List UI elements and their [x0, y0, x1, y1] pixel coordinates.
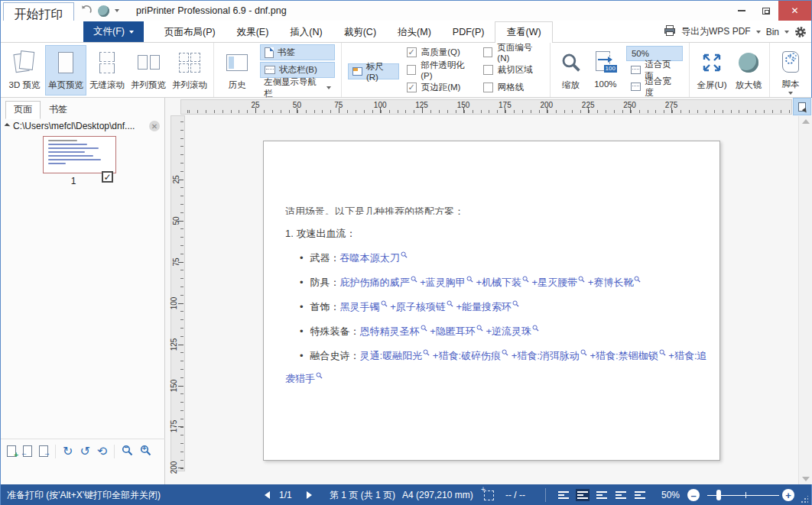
search-link-icon[interactable] — [447, 300, 453, 307]
search-link-icon[interactable] — [659, 349, 666, 356]
magnifier-quick-icon[interactable] — [98, 5, 109, 17]
document-link[interactable]: 能量搜索环 — [462, 301, 512, 312]
export-wps-pdf-button[interactable]: 导出为WPS PDF — [681, 25, 751, 38]
qat-customize-icon[interactable] — [115, 9, 119, 12]
document-link[interactable]: 逆流灵珠 — [492, 325, 531, 337]
remove-document-icon[interactable]: ✕ — [149, 121, 160, 131]
view-mode-4-button[interactable] — [614, 489, 628, 501]
side-by-side-scroll-button[interactable]: 并列滚动 — [169, 45, 210, 95]
scroll-down-icon[interactable] — [802, 477, 810, 481]
page-include-checkbox[interactable]: ✓ — [102, 171, 113, 183]
zoom-100-button[interactable]: 100 100% — [588, 45, 623, 95]
page-margin-checkbox[interactable]: ✓ 页边距(M) — [407, 80, 474, 95]
zoom-slider-handle[interactable] — [716, 490, 721, 500]
next-page-button[interactable] — [307, 484, 312, 505]
document-link[interactable]: 猎食:消弭脉动 — [517, 350, 580, 361]
zoom-button[interactable]: 缩放 — [554, 45, 587, 95]
restore-button[interactable] — [754, 1, 778, 21]
search-link-icon[interactable] — [476, 325, 483, 332]
document-link[interactable]: 猎食:破碎伤痕 — [438, 350, 501, 361]
bookmark-toggle[interactable]: 书签 — [260, 44, 335, 60]
import-before-icon[interactable]: ← — [23, 445, 32, 457]
bin-dropdown-icon[interactable] — [784, 31, 789, 34]
document-link[interactable]: 庇护伤痛的威严 — [340, 277, 410, 288]
fullscreen-button[interactable]: 全屏(U) — [693, 45, 731, 95]
document-link[interactable]: 星灭腰带 — [538, 277, 577, 288]
search-link-icon[interactable] — [580, 349, 587, 356]
view-mode-1-button[interactable] — [557, 489, 570, 501]
sidebar-tab-bookmarks[interactable]: 书签 — [41, 101, 76, 119]
3d-preview-button[interactable]: 3D 预览 — [4, 45, 45, 95]
single-page-preview-button[interactable]: 单页预览 — [45, 45, 86, 95]
tab-insert[interactable]: 插入(N) — [279, 21, 333, 43]
import-after-icon[interactable]: → — [39, 445, 48, 457]
tab-header[interactable]: 抬头(M) — [387, 21, 442, 43]
document-link[interactable]: 赛博长靴 — [593, 277, 633, 288]
view-mode-2-button[interactable] — [576, 489, 590, 501]
side-by-side-preview-button[interactable]: 并列预览 — [128, 45, 169, 95]
tab-file[interactable]: 文件(F) — [83, 21, 144, 42]
page-number-checkbox[interactable]: 页面编号(N) — [483, 45, 543, 60]
document-link[interactable]: 机械下装 — [482, 277, 521, 288]
scroll-up-icon[interactable] — [802, 119, 810, 124]
high-quality-checkbox[interactable]: ✓ 高质量(Q) — [407, 45, 474, 60]
gridlines-checkbox[interactable]: 网格线 — [483, 80, 543, 95]
document-link[interactable]: 灵通:暖融阳光 — [360, 350, 423, 361]
rotate-ccw-icon[interactable]: ↺ — [80, 445, 89, 458]
vertical-scrollbar[interactable] — [798, 116, 812, 484]
tree-expander-icon[interactable] — [5, 123, 11, 129]
search-link-icon[interactable] — [634, 276, 641, 283]
document-link[interactable]: 蓝灵胸甲 — [426, 277, 466, 288]
crop-area-checkbox[interactable]: 裁切区域 — [483, 63, 543, 78]
search-link-icon[interactable] — [423, 349, 430, 356]
document-tree-item[interactable]: C:\Users\mefcl\Desktop\dnf.... ✕ — [5, 121, 160, 131]
settings-gear-icon[interactable] — [794, 26, 807, 38]
search-link-icon[interactable] — [381, 300, 388, 307]
zoom-out-button[interactable]: – — [687, 484, 700, 505]
bin-button[interactable]: Bin — [766, 27, 779, 37]
document-link[interactable]: 恩特精灵圣杯 — [360, 325, 420, 337]
part-transparency-checkbox[interactable]: 部件透明化(P) — [407, 63, 474, 78]
script-button[interactable]: 脚本 — [773, 45, 808, 95]
fit-width-button[interactable]: 适合宽度 — [626, 79, 683, 95]
search-link-icon[interactable] — [316, 372, 323, 379]
history-button[interactable]: 历史 — [217, 45, 257, 95]
zoom-in-icon[interactable]: + — [140, 445, 151, 458]
close-button[interactable]: ✕ — [778, 1, 811, 21]
sidebar-tab-pages[interactable]: 页面 — [5, 101, 41, 119]
left-nav-dropdown[interactable]: 左侧显示导航栏 — [260, 79, 335, 95]
search-link-icon[interactable] — [421, 325, 427, 332]
view-mode-3-button[interactable] — [595, 489, 609, 501]
tab-view[interactable]: 查看(W) — [495, 21, 552, 44]
document-link[interactable]: 猎食:禁锢枷锁 — [596, 350, 658, 361]
tab-effects[interactable]: 效果(E) — [226, 21, 280, 43]
prev-page-button[interactable] — [265, 484, 270, 505]
undo-icon[interactable] — [80, 4, 93, 18]
document-link[interactable]: 原子核项链 — [396, 301, 446, 312]
view-mode-5-button[interactable] — [633, 489, 647, 501]
document-page[interactable]: 适用场景。以下是几种推荐的搭配方案： 1. 攻速出血流： •武器：吞噬本源太刀•… — [263, 141, 720, 461]
search-link-icon[interactable] — [401, 251, 408, 258]
magnifier-button[interactable]: 放大镜 — [731, 45, 766, 95]
document-link[interactable]: 隐匿耳环 — [436, 325, 476, 337]
search-link-icon[interactable] — [502, 349, 508, 356]
search-link-icon[interactable] — [532, 325, 539, 332]
search-link-icon[interactable] — [411, 276, 417, 283]
pick-tool-button[interactable] — [793, 98, 811, 115]
zoom-out-icon[interactable]: – — [122, 445, 133, 458]
resize-grip[interactable] — [801, 496, 808, 503]
search-link-icon[interactable] — [512, 300, 519, 307]
tab-pdf[interactable]: PDF(P) — [442, 21, 495, 43]
document-link[interactable]: 吞噬本源太刀 — [340, 252, 400, 264]
search-link-icon[interactable] — [522, 276, 529, 283]
document-link[interactable]: 黑灵手镯 — [340, 301, 380, 312]
zoom-in-button[interactable]: + — [782, 484, 794, 505]
page-thumbnail[interactable] — [43, 136, 116, 173]
minimize-button[interactable] — [729, 1, 754, 21]
tab-page-layout[interactable]: 页面布局(P) — [154, 21, 226, 43]
search-link-icon[interactable] — [466, 276, 473, 283]
ruler-toggle[interactable]: 标尺(R) — [348, 63, 399, 79]
rotate-cw-icon[interactable]: ↻ — [63, 445, 73, 458]
rotate-180-icon[interactable]: ⟲ — [97, 445, 107, 458]
export-dropdown-icon[interactable] — [756, 31, 761, 34]
